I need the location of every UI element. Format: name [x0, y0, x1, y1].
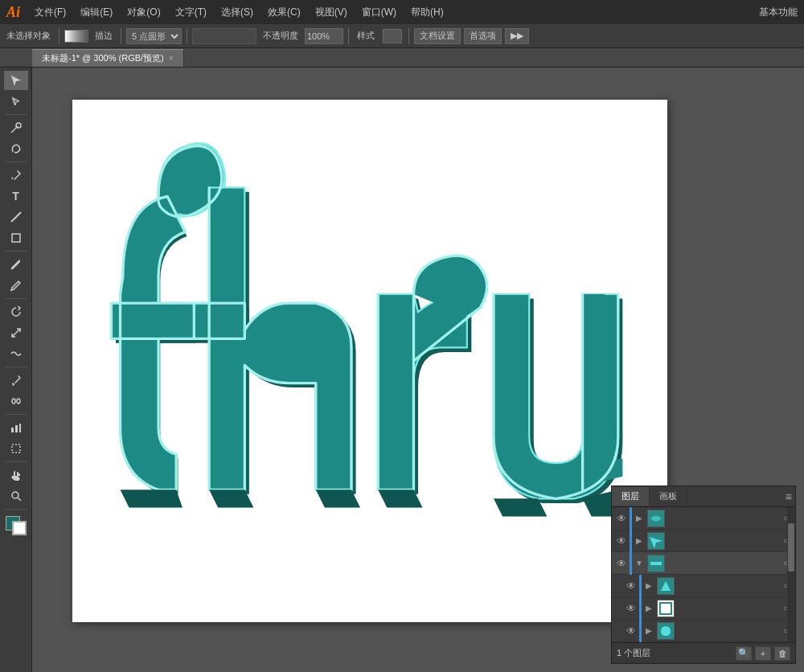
layer-expand-arrow[interactable]: ▶ [643, 581, 654, 590]
menu-type[interactable]: 文字(T) [169, 4, 213, 21]
layer-thumbnail [657, 600, 675, 617]
fill-stroke-area [4, 514, 28, 537]
svg-point-5 [17, 399, 20, 404]
layer-expand-arrow[interactable]: ▶ [634, 514, 645, 522]
opacity-input[interactable] [305, 28, 343, 44]
menu-file[interactable]: 文件(F) [28, 4, 72, 21]
eyedropper-button[interactable] [4, 371, 28, 390]
rect-tool-button[interactable] [4, 228, 28, 248]
tab-close-button[interactable]: × [169, 54, 174, 63]
menu-select[interactable]: 选择(S) [215, 4, 260, 21]
preferences-button[interactable]: 首选项 [464, 28, 502, 44]
svg-point-4 [12, 399, 15, 404]
type-tool-button[interactable]: T [4, 186, 28, 206]
opacity-label: 不透明度 [260, 28, 302, 43]
canvas-area: 图层 画板 ≡ 👁 ▶ ○ 👁 ▶ [32, 68, 804, 672]
brush-size-select[interactable]: 5 点圆形 [126, 28, 182, 44]
layers-panel-header: 图层 画板 ≡ [612, 486, 795, 507]
layer-row[interactable]: 👁 ▶ ○ [612, 507, 795, 530]
layer-visibility-toggle[interactable]: 👁 [623, 597, 639, 620]
layers-scrollbar[interactable] [787, 507, 795, 642]
layer-thumbnail [647, 510, 665, 527]
left-toolbar: T [0, 68, 32, 672]
layer-visibility-toggle[interactable]: 👁 [613, 507, 630, 530]
tab-bar: 未标题-1* @ 300% (RGB/预览) × [0, 48, 804, 68]
layer-row[interactable]: 👁 ▶ ○ [612, 575, 795, 597]
layer-expand-arrow[interactable]: ▶ [634, 536, 645, 545]
toolbar: 未选择对象 描边 5 点圆形 不透明度 样式 文档设置 首选项 ▶▶ [0, 24, 804, 48]
zoom-tool-button[interactable] [4, 486, 28, 506]
layer-visibility-toggle[interactable]: 👁 [613, 530, 630, 552]
layers-search-button[interactable]: 🔍 [736, 646, 752, 661]
selection-status: 未选择对象 [3, 28, 54, 43]
layer-color-bar [639, 597, 642, 620]
style-input[interactable] [192, 28, 256, 44]
layers-panel-menu-button[interactable]: ≡ [786, 490, 792, 503]
layer-visibility-toggle[interactable]: 👁 [613, 552, 630, 575]
layers-panel: 图层 画板 ≡ 👁 ▶ ○ 👁 ▶ [611, 486, 796, 664]
layer-thumbnail [647, 555, 665, 572]
layers-tab[interactable]: 图层 [612, 487, 650, 506]
layer-color-bar [630, 507, 632, 530]
layer-row[interactable]: 👁 ▶ ○ [612, 620, 795, 642]
layers-scrollbar-thumb[interactable] [788, 523, 794, 572]
svg-rect-7 [15, 425, 18, 432]
artboard-tool-button[interactable] [4, 439, 28, 458]
layer-thumbnail [647, 532, 665, 550]
svg-rect-6 [11, 428, 14, 432]
menu-effect[interactable]: 效果(C) [261, 4, 307, 21]
pen-tool-button[interactable] [4, 166, 28, 185]
stroke-preview[interactable] [64, 30, 88, 43]
layer-row[interactable]: 👁 ▼ ○ [612, 552, 795, 575]
menu-edit[interactable]: 编辑(E) [74, 4, 119, 21]
layer-row[interactable]: 👁 ▶ ○ [612, 597, 795, 620]
line-tool-button[interactable] [4, 207, 28, 227]
layer-count: 1 个图层 [617, 647, 732, 659]
layer-color-bar [639, 575, 642, 597]
menu-object[interactable]: 对象(O) [121, 4, 166, 21]
blend-tool-button[interactable] [4, 391, 28, 411]
layer-row[interactable]: 👁 ▶ ○ [612, 530, 795, 552]
tab-label: 未标题-1* @ 300% (RGB/预览) [42, 52, 164, 64]
layer-expand-arrow[interactable]: ▶ [643, 604, 654, 613]
menu-window[interactable]: 窗口(W) [355, 4, 403, 21]
layer-color-bar [630, 552, 632, 575]
layer-expand-arrow[interactable]: ▶ [643, 626, 654, 635]
svg-rect-13 [660, 603, 671, 614]
menu-help[interactable]: 帮助(H) [404, 4, 450, 21]
layer-expand-arrow[interactable]: ▼ [634, 559, 645, 568]
style-label: 样式 [354, 28, 378, 43]
layer-color-bar [639, 620, 642, 642]
menu-bar: 文件(F) 编辑(E) 对象(O) 文字(T) 选择(S) 效果(C) 视图(V… [28, 4, 759, 21]
artboards-tab[interactable]: 画板 [650, 487, 687, 506]
layer-visibility-toggle[interactable]: 👁 [623, 575, 639, 597]
style-swatch[interactable] [383, 29, 402, 43]
document-tab[interactable]: 未标题-1* @ 300% (RGB/预览) × [32, 49, 184, 67]
hand-tool-button[interactable] [4, 465, 28, 485]
layers-footer: 1 个图层 🔍 + 🗑 [612, 642, 795, 663]
svg-rect-8 [19, 424, 21, 432]
main-layout: T [0, 68, 804, 672]
lasso-tool-button[interactable] [4, 139, 28, 158]
scale-tool-button[interactable] [4, 323, 28, 342]
app-logo: Ai [6, 4, 20, 21]
new-layer-button[interactable]: + [755, 646, 771, 661]
stroke-swatch[interactable] [12, 521, 27, 535]
svg-line-2 [11, 212, 21, 222]
extra-options-button[interactable]: ▶▶ [505, 28, 529, 44]
doc-settings-button[interactable]: 文档设置 [414, 28, 461, 44]
pencil-tool-button[interactable] [4, 276, 28, 295]
svg-rect-12 [650, 562, 662, 565]
delete-layer-button[interactable]: 🗑 [774, 646, 790, 661]
rotate-tool-button[interactable] [4, 302, 28, 322]
direct-selection-tool-button[interactable] [4, 92, 28, 111]
layer-thumbnail [657, 577, 675, 595]
svg-point-10 [12, 492, 18, 498]
warp-tool-button[interactable] [4, 344, 28, 363]
graph-tool-button[interactable] [4, 418, 28, 437]
menu-view[interactable]: 视图(V) [309, 4, 354, 21]
brush-tool-button[interactable] [4, 255, 28, 274]
layer-visibility-toggle[interactable]: 👁 [623, 620, 639, 642]
selection-tool-button[interactable] [4, 71, 28, 90]
magic-wand-button[interactable] [4, 118, 28, 137]
